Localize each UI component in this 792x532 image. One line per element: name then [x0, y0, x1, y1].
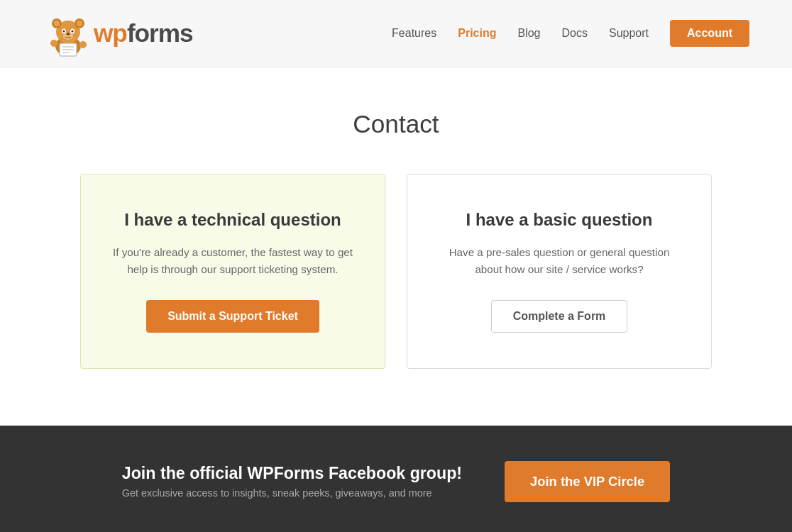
logo-text: wpforms — [94, 19, 193, 48]
svg-point-9 — [72, 31, 74, 33]
submit-support-ticket-button[interactable]: Submit a Support Ticket — [146, 300, 319, 333]
logo: wpforms — [43, 8, 193, 59]
technical-card-description: If you're already a customer, the fastes… — [109, 244, 356, 279]
nav-features[interactable]: Features — [392, 27, 436, 40]
site-header: wpforms Features Pricing Blog Docs Suppo… — [0, 0, 792, 67]
nav-blog[interactable]: Blog — [517, 27, 540, 40]
svg-point-8 — [63, 31, 65, 33]
svg-point-16 — [50, 40, 57, 47]
main-nav: Features Pricing Blog Docs Support Accou… — [392, 20, 749, 47]
basic-card-heading: I have a basic question — [436, 210, 683, 230]
nav-pricing[interactable]: Pricing — [458, 27, 496, 40]
footer-banner-heading: Join the official WPForms Facebook group… — [122, 464, 462, 483]
contact-cards: I have a technical question If you're al… — [55, 174, 737, 369]
account-button[interactable]: Account — [670, 20, 749, 47]
page-title: Contact — [55, 110, 737, 138]
main-content: Contact I have a technical question If y… — [41, 67, 751, 426]
bear-mascot-icon — [43, 8, 94, 59]
footer-banner: Join the official WPForms Facebook group… — [0, 426, 792, 532]
technical-question-card: I have a technical question If you're al… — [80, 174, 385, 369]
basic-question-card: I have a basic question Have a pre-sales… — [407, 174, 712, 369]
svg-point-3 — [54, 21, 60, 26]
svg-point-11 — [67, 33, 70, 35]
nav-docs[interactable]: Docs — [562, 27, 588, 40]
svg-point-5 — [77, 21, 82, 26]
footer-banner-subtext: Get exclusive access to insights, sneak … — [122, 487, 462, 499]
basic-card-description: Have a pre-sales question or general que… — [436, 244, 683, 279]
join-vip-circle-button[interactable]: Join the VIP Circle — [505, 461, 670, 502]
complete-form-button[interactable]: Complete a Form — [491, 300, 628, 333]
technical-card-heading: I have a technical question — [109, 210, 356, 230]
nav-support[interactable]: Support — [609, 27, 649, 40]
svg-point-17 — [79, 41, 87, 48]
footer-text-block: Join the official WPForms Facebook group… — [122, 464, 462, 499]
